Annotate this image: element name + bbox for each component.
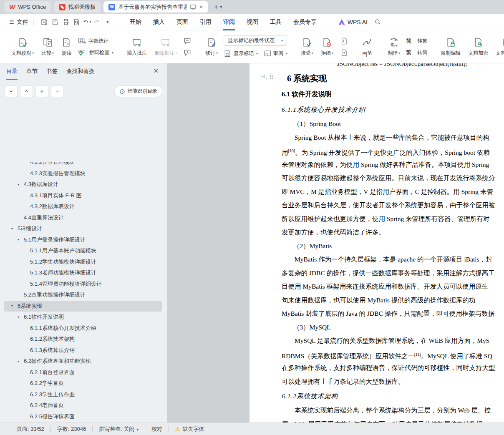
heading-gutter-marker[interactable]: H1 (261, 73, 273, 81)
document-page[interactable]: H1 JSONObject res = JSONObject.parseObje… (249, 63, 504, 422)
outline-item[interactable]: 6.2.5报告详情界面 (4, 411, 162, 422)
show-markup-button[interactable]: 显示标记▾ (224, 48, 258, 58)
read-aloud-button[interactable]: 朗读 (58, 33, 76, 60)
traditional-to-simplified-button[interactable]: 繁→ 转简 (406, 48, 427, 58)
comment-bubble-icon[interactable] (190, 4, 196, 10)
translate-button[interactable]: A文 翻译▾ (384, 33, 404, 60)
smart-outline-button[interactable]: 智能识别目录 (115, 86, 162, 97)
undo-button[interactable]: ▾ (82, 18, 91, 25)
missing-font-warning[interactable]: 缺失字体 (183, 425, 204, 433)
restrict-editing-button[interactable]: 限制编辑 (437, 33, 464, 60)
accept-change-button[interactable]: 接受▾ (297, 33, 317, 60)
print-icon[interactable] (60, 17, 71, 27)
outline-next-button[interactable] (5, 86, 17, 97)
spell-check-button[interactable]: ABC 拼写检查▾ (78, 48, 113, 58)
next-change-button[interactable] (339, 48, 349, 57)
outline-item[interactable]: 6.2.2学生首页 (4, 378, 162, 389)
word-count-indicator[interactable]: 字数: 23046 (57, 425, 86, 433)
menu-item[interactable]: 页面 (176, 14, 188, 30)
save-icon[interactable] (39, 17, 50, 27)
outline-item[interactable]: 6.2.3学生上传作业 (4, 389, 162, 400)
proofread-status-button[interactable]: 校对 (151, 425, 162, 433)
simplified-to-traditional-button[interactable]: 简→ 转繁 (406, 36, 427, 46)
outline-collapse-button[interactable]: − (51, 86, 63, 97)
reject-change-button[interactable]: 拒绝▾ (317, 33, 337, 60)
outline-item[interactable]: 4.3.1项目实体 E-R 图 (4, 190, 162, 201)
proofread-button[interactable]: a 文档校对▾ (8, 33, 38, 60)
tab-docer-templates[interactable]: 找稻壳模板 (54, 1, 101, 13)
collapse-arrow-icon[interactable]: ▾ (18, 315, 24, 319)
menu-item[interactable]: 会员专享 (293, 14, 317, 30)
outline-item[interactable]: ▾5.1用户登录操作详细设计 (4, 234, 162, 246)
outline-nav-row: + − 智能识别目录 (0, 82, 167, 98)
export-icon[interactable] (50, 17, 60, 27)
outline-item[interactable]: ▾6.2操作系统界面和功能实现 (4, 356, 162, 367)
outline-item[interactable]: 6.1.3系统算法介绍 (4, 345, 162, 356)
search-icon[interactable] (373, 17, 383, 27)
outline-item[interactable]: 6.2.1前台登录界面 (4, 367, 162, 378)
insert-comment-button[interactable]: 插入批注 (123, 33, 151, 60)
collapse-arrow-icon[interactable]: ▾ (18, 183, 24, 186)
collapse-arrow-icon[interactable]: ▾ (18, 360, 24, 363)
drag-handle-icon[interactable] (270, 75, 273, 80)
ink-pen-button[interactable]: 画笔 (358, 33, 376, 60)
review-pane-button[interactable]: 审阅▾ (264, 48, 287, 58)
collapse-arrow-icon[interactable]: ▾ (11, 304, 18, 308)
menu-item[interactable]: 工具 (270, 14, 282, 30)
outline-item[interactable]: 6.2.4老师首页 (4, 400, 162, 411)
menu-item[interactable]: 视图 (247, 14, 258, 30)
outline-item[interactable]: 5.1.3老师功能模块详细设计 (4, 267, 162, 279)
outline-item[interactable]: ▾5详细设计 (4, 223, 162, 234)
close-sidebar-icon[interactable]: ✕ (153, 67, 159, 75)
menu-item[interactable]: 引用 (200, 14, 212, 30)
print-preview-icon[interactable] (71, 17, 82, 27)
sidebar-tab-chapters[interactable]: 章节 (26, 68, 38, 79)
tab-list-chevron-icon[interactable]: ▾ (220, 5, 222, 9)
next-comment-button[interactable] (182, 48, 192, 57)
outline-item[interactable]: ▾6.1软件开发说明 (4, 312, 162, 323)
word-count-button[interactable]: 12 字数统计 (78, 36, 113, 46)
prev-comment-button[interactable] (182, 36, 192, 45)
outline-item[interactable]: 4.4查重算法设计 (4, 212, 162, 224)
spell-check-status[interactable]: 拼写检查: 关闭▾ (99, 425, 139, 433)
wps-ai-button[interactable]: WPS AI (339, 19, 368, 25)
menu-item[interactable]: 插入 (153, 14, 165, 30)
compare-button[interactable]: 比较▾ (38, 33, 58, 60)
markup-state-select[interactable]: 显示标记的最终状态 ▾ (224, 35, 287, 46)
group-expand-icon[interactable] (364, 54, 367, 57)
outline-item[interactable]: 5.1.4管理员功能模块详细设计 (4, 279, 162, 290)
outline-item[interactable]: 5.2查重功能操作详细设计 (4, 289, 162, 301)
collapse-arrow-icon[interactable]: ▾ (11, 227, 18, 231)
close-tab-icon[interactable]: ✕ (199, 4, 203, 10)
finalize-document-button[interactable]: 文档定稿▾ (492, 33, 504, 60)
outline-item[interactable]: ▾6系统实现 (4, 301, 162, 312)
sidebar-tab-outline[interactable]: 目录 (6, 68, 18, 80)
outline-item[interactable]: 4.2.2作业管理模块 (4, 162, 162, 168)
page-indicator[interactable]: 页面: 33/52 (17, 425, 44, 433)
new-tab-button[interactable]: + (214, 3, 218, 12)
tab-wps-home[interactable]: W WPS Office (4, 1, 51, 13)
outline-item[interactable]: ▾4.3数据库设计 (4, 179, 162, 190)
outline-item[interactable]: 6.1.1系统核心开发技术介绍 (4, 323, 162, 334)
prev-change-button[interactable] (339, 36, 349, 45)
collapse-arrow-icon[interactable]: ▾ (18, 238, 24, 241)
outline-expand-button[interactable]: + (36, 86, 48, 97)
menu-item[interactable]: 开始 (130, 14, 141, 30)
file-menu-button[interactable]: ☰ 文件 (9, 18, 28, 26)
tab-document[interactable]: W 基于云服务的实验报告查重系 ✕ (103, 1, 208, 13)
delete-comment-button[interactable]: 删除批注▾ (151, 33, 181, 60)
svg-text:ABC: ABC (78, 50, 85, 53)
quickbar-more-chevron-icon[interactable]: ▾ (102, 17, 113, 27)
outline-item[interactable]: 4.2.3实验报告管理模块 (4, 168, 162, 179)
menu-item[interactable]: 审阅 (223, 14, 235, 30)
outline-prev-button[interactable] (20, 86, 33, 97)
outline-item[interactable]: 5.1.1用户基本账户功能模块 (4, 245, 162, 256)
sidebar-tab-bookmarks[interactable]: 书签 (46, 68, 58, 79)
track-changes-button[interactable]: 修订▾ (202, 33, 222, 60)
outline-item[interactable]: 5.1.2学生功能模块详细设计 (4, 256, 162, 268)
redo-button[interactable] (91, 17, 102, 27)
encrypt-document-button[interactable]: 文档加密 (464, 33, 492, 60)
outline-item[interactable]: 6.1.2系统技术架构 (4, 334, 162, 345)
sidebar-tab-find-replace[interactable]: 查找和替换 (66, 68, 95, 79)
outline-item[interactable]: 4.3.2数据库表设计 (4, 201, 162, 212)
